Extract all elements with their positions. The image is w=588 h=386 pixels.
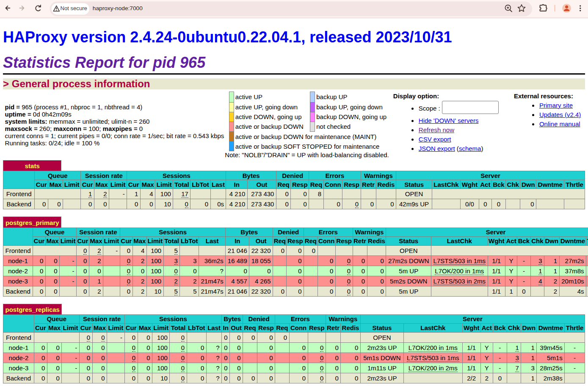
svg-text:Not secure: Not secure (61, 5, 87, 11)
svg-text:haproxy-node:7000: haproxy-node:7000 (93, 5, 143, 11)
